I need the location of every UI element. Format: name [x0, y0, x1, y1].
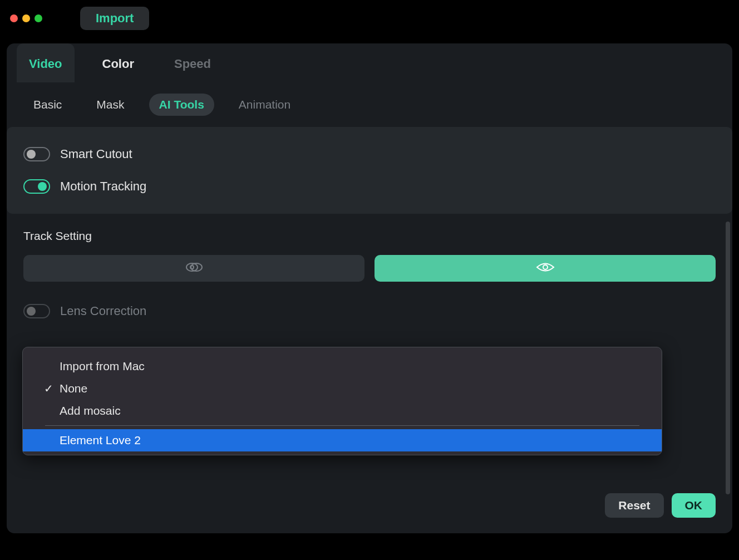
- dropdown-item-none[interactable]: ✓ None: [23, 377, 662, 400]
- sub-tabs: Basic Mask AI Tools Animation: [7, 82, 732, 127]
- svg-point-3: [543, 265, 548, 269]
- ai-tools-toggles: Smart Cutout Motion Tracking: [7, 127, 732, 214]
- dropdown-divider: [45, 425, 639, 426]
- dropdown-item-import-mac[interactable]: Import from Mac: [23, 355, 662, 377]
- eye-off-icon: [186, 261, 203, 276]
- titlebar: Import: [0, 0, 739, 37]
- subtab-ai-tools[interactable]: AI Tools: [149, 94, 214, 116]
- check-icon: ✓: [44, 382, 53, 395]
- dropdown-item-label: Element Love 2: [60, 434, 141, 446]
- tab-color[interactable]: Color: [90, 43, 146, 82]
- subtab-animation[interactable]: Animation: [229, 94, 300, 116]
- dropdown-item-add-mosaic[interactable]: Add mosaic: [23, 400, 662, 422]
- smart-cutout-label: Smart Cutout: [60, 147, 132, 161]
- track-setting-section: Track Setting: [7, 214, 732, 287]
- footer-buttons: Reset OK: [605, 493, 716, 518]
- smart-cutout-row: Smart Cutout: [23, 138, 716, 170]
- scrollbar[interactable]: [726, 222, 730, 500]
- import-button[interactable]: Import: [80, 7, 149, 30]
- tab-speed[interactable]: Speed: [162, 43, 223, 82]
- minimize-window-button[interactable]: [22, 14, 30, 22]
- motion-tracking-toggle[interactable]: [23, 179, 50, 194]
- main-tabs: Video Color Speed: [7, 43, 732, 82]
- lens-correction-toggle[interactable]: [23, 304, 50, 318]
- smart-cutout-toggle[interactable]: [23, 147, 50, 161]
- motion-tracking-label: Motion Tracking: [60, 179, 146, 194]
- lens-correction-label: Lens Correction: [60, 304, 146, 318]
- track-segmented-control: [23, 255, 716, 282]
- dropdown-item-element-love-2[interactable]: Element Love 2: [23, 429, 662, 451]
- dropdown-item-label: Import from Mac: [60, 360, 145, 372]
- lens-correction-row: Lens Correction: [7, 287, 732, 324]
- ok-button[interactable]: OK: [672, 493, 716, 518]
- inspector-panel: Video Color Speed Basic Mask AI Tools An…: [7, 43, 732, 533]
- subtab-basic[interactable]: Basic: [23, 94, 72, 116]
- scrollbar-thumb[interactable]: [726, 222, 730, 494]
- subtab-mask[interactable]: Mask: [86, 94, 134, 116]
- dropdown-item-label: None: [60, 382, 87, 395]
- close-window-button[interactable]: [10, 14, 18, 22]
- link-element-dropdown: Import from Mac ✓ None Add mosaic Elemen…: [22, 347, 662, 455]
- maximize-window-button[interactable]: [35, 14, 42, 22]
- motion-tracking-row: Motion Tracking: [23, 170, 716, 203]
- dropdown-item-label: Add mosaic: [60, 404, 121, 417]
- track-setting-label: Track Setting: [23, 229, 716, 243]
- tab-video[interactable]: Video: [17, 43, 75, 82]
- eye-icon: [536, 261, 555, 276]
- track-mode-visible-button[interactable]: [375, 255, 716, 282]
- reset-button[interactable]: Reset: [605, 493, 663, 518]
- track-mode-hidden-button[interactable]: [23, 255, 364, 282]
